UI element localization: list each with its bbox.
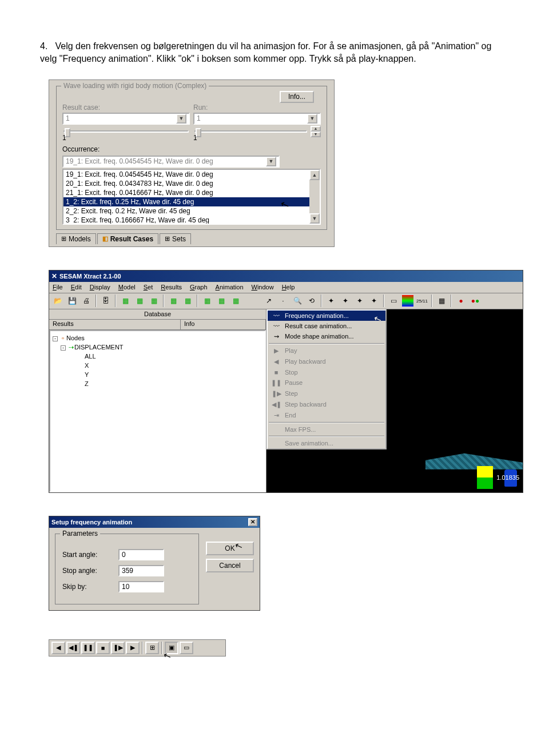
app-icon: ✕ bbox=[51, 272, 57, 280]
menu-item-play-backward: ◀Play backward bbox=[268, 356, 385, 367]
print-icon[interactable]: 🖨 bbox=[80, 295, 93, 307]
occurrence-value: 19_1: Excit. freq. 0.0454545 Hz, Wave di… bbox=[66, 157, 213, 165]
tab-models[interactable]: ⊞Models bbox=[56, 233, 96, 244]
results-tree[interactable]: -▫Nodes -⇢DISPLACEMENT ALL X Y Z bbox=[49, 330, 266, 492]
app-window: ✕ SESAM Xtract 2.1-00 File Edit Display … bbox=[49, 270, 523, 493]
loop-button[interactable]: ▭ bbox=[180, 642, 193, 654]
skip-by-input[interactable] bbox=[118, 581, 164, 592]
collapse-icon[interactable]: - bbox=[53, 336, 58, 341]
result-case-combo[interactable]: 1 ▼ bbox=[62, 113, 190, 125]
tree-item[interactable]: Z bbox=[53, 379, 262, 388]
palette-icon[interactable] bbox=[401, 295, 414, 307]
menu-item-result-case-animation[interactable]: 〰Result case animation... bbox=[268, 321, 385, 331]
setup-frequency-dialog: Setup frequency animation ✕ Parameters S… bbox=[49, 516, 260, 611]
displacement-icon: ⇢ bbox=[67, 343, 74, 352]
tree-item[interactable]: Y bbox=[53, 370, 262, 379]
zoom-icon[interactable]: 🔍 bbox=[291, 295, 304, 307]
cube-icon[interactable]: ▦ bbox=[229, 295, 242, 307]
menu-results[interactable]: Results bbox=[161, 284, 182, 291]
cube-icon[interactable]: ▦ bbox=[167, 295, 180, 307]
ok-button[interactable]: OK bbox=[206, 542, 254, 555]
play-backward-button[interactable]: ◀ bbox=[51, 642, 65, 654]
fps-button[interactable]: ⊞ bbox=[145, 642, 159, 654]
menu-help[interactable]: Help bbox=[282, 284, 295, 291]
menu-graph[interactable]: Graph bbox=[190, 284, 208, 291]
step-forward-button[interactable]: ❚▶ bbox=[111, 642, 125, 654]
scroll-up-icon[interactable]: ▲ bbox=[309, 170, 320, 180]
sphere-icon[interactable]: ● bbox=[455, 295, 467, 307]
titlebar: ✕ SESAM Xtract 2.1-00 bbox=[49, 270, 523, 282]
list-item[interactable]: 3_2: Excit. freq. 0.166667 Hz, Wave dir.… bbox=[63, 216, 320, 225]
cube-icon[interactable]: ▦ bbox=[201, 295, 213, 307]
db-icon[interactable]: 🗄 bbox=[100, 295, 112, 307]
menu-item-frequency-animation[interactable]: 〰Frequency animation... bbox=[268, 311, 385, 321]
axis-icon[interactable]: ✦ bbox=[325, 295, 337, 307]
pause-button[interactable]: ❚❚ bbox=[81, 642, 95, 654]
chevron-up-icon[interactable]: ▲ bbox=[311, 126, 321, 132]
list-item[interactable]: 1_2: Excit. freq. 0.25 Hz, Wave dir. 45 … bbox=[63, 197, 320, 206]
cube-icon[interactable]: ▦ bbox=[133, 295, 146, 307]
list-item[interactable]: 20_1: Excit. freq. 0.0434783 Hz, Wave di… bbox=[63, 179, 320, 188]
play-button[interactable]: ▶ bbox=[126, 642, 140, 654]
cancel-button[interactable]: Cancel bbox=[206, 559, 254, 572]
cube-icon[interactable]: ▦ bbox=[181, 295, 194, 307]
legend-value: 1.01835 bbox=[496, 474, 519, 481]
results-column-header[interactable]: Results bbox=[49, 320, 181, 329]
cube-icon[interactable]: ▦ bbox=[148, 295, 160, 307]
axis-icon[interactable]: ✦ bbox=[339, 295, 352, 307]
menu-edit[interactable]: Edit bbox=[71, 284, 82, 291]
occurrence-combo[interactable]: 19_1: Excit. freq. 0.0454545 Hz, Wave di… bbox=[62, 156, 280, 168]
point-icon[interactable]: · bbox=[277, 295, 289, 307]
list-item[interactable]: 21_1: Excit. freq. 0.0416667 Hz, Wave di… bbox=[63, 188, 320, 197]
text-icon[interactable]: 25/11 bbox=[416, 295, 428, 307]
tab-result-cases[interactable]: ◧Result Cases bbox=[97, 233, 158, 244]
spheres-icon[interactable]: ●● bbox=[469, 295, 482, 307]
step-backward-button[interactable]: ◀❚ bbox=[66, 642, 80, 654]
menu-item-stop: ■Stop bbox=[268, 367, 385, 377]
menu-item-mode-shape-animation[interactable]: ⇝Mode shape animation... bbox=[268, 331, 385, 342]
grid-icon[interactable]: ▦ bbox=[435, 295, 448, 307]
menu-display[interactable]: Display bbox=[90, 284, 110, 291]
menu-file[interactable]: File bbox=[53, 284, 63, 291]
axis-icon[interactable]: ✦ bbox=[353, 295, 366, 307]
cube-icon[interactable]: ▦ bbox=[215, 295, 228, 307]
menu-item-pause: ❚❚Pause bbox=[268, 377, 385, 388]
stop-button[interactable]: ■ bbox=[96, 642, 110, 654]
stop-angle-input[interactable] bbox=[118, 565, 164, 576]
run-slider[interactable] bbox=[194, 130, 307, 133]
run-spinner[interactable]: ▲ ▼ bbox=[311, 126, 321, 137]
save-icon[interactable]: 💾 bbox=[66, 295, 78, 307]
menu-model[interactable]: Model bbox=[118, 284, 136, 291]
scrollbar[interactable]: ▲ ▼ bbox=[309, 170, 320, 224]
menu-item-max-fps: Max FPS... bbox=[268, 424, 385, 435]
tab-sets[interactable]: ⊞Sets bbox=[160, 233, 191, 244]
occurrence-listbox[interactable]: 19_1: Excit. freq. 0.0454545 Hz, Wave di… bbox=[62, 169, 321, 225]
menu-window[interactable]: Window bbox=[252, 284, 274, 291]
chevron-down-icon[interactable]: ▼ bbox=[311, 132, 321, 137]
axis-icon[interactable]: ✦ bbox=[368, 295, 380, 307]
dialog-title: Setup frequency animation bbox=[51, 519, 132, 526]
info-column-header[interactable]: Info bbox=[181, 320, 266, 329]
arrow-icon[interactable]: ↗ bbox=[262, 295, 275, 307]
run-combo[interactable]: 1 ▼ bbox=[193, 113, 321, 125]
run-label: Run: bbox=[193, 104, 321, 112]
menu-set[interactable]: Set bbox=[144, 284, 153, 291]
collapse-icon[interactable]: - bbox=[61, 345, 66, 351]
open-icon[interactable]: 📂 bbox=[51, 295, 64, 307]
parameters-label: Parameters bbox=[60, 530, 100, 538]
tree-item[interactable]: ALL bbox=[53, 352, 262, 361]
list-item[interactable]: 2_2: Excit. freq. 0.2 Hz, Wave dir. 45 d… bbox=[63, 206, 320, 216]
slider-min-label: 1 bbox=[193, 134, 308, 142]
info-button[interactable]: Info... bbox=[280, 91, 314, 103]
close-button[interactable]: ✕ bbox=[248, 518, 257, 526]
scroll-down-icon[interactable]: ▼ bbox=[309, 213, 320, 224]
view-icon[interactable]: ▭ bbox=[387, 295, 400, 307]
list-item[interactable]: 19_1: Excit. freq. 0.0454545 Hz, Wave di… bbox=[63, 170, 320, 179]
start-angle-input[interactable] bbox=[118, 549, 164, 560]
cube-icon[interactable]: ▦ bbox=[119, 295, 132, 307]
app-title: SESAM Xtract 2.1-00 bbox=[59, 273, 121, 280]
result-case-slider[interactable] bbox=[63, 130, 189, 133]
rotate-icon[interactable]: ⟲ bbox=[305, 295, 318, 307]
tree-item[interactable]: X bbox=[53, 361, 262, 370]
menu-animation[interactable]: Animation bbox=[216, 284, 244, 291]
